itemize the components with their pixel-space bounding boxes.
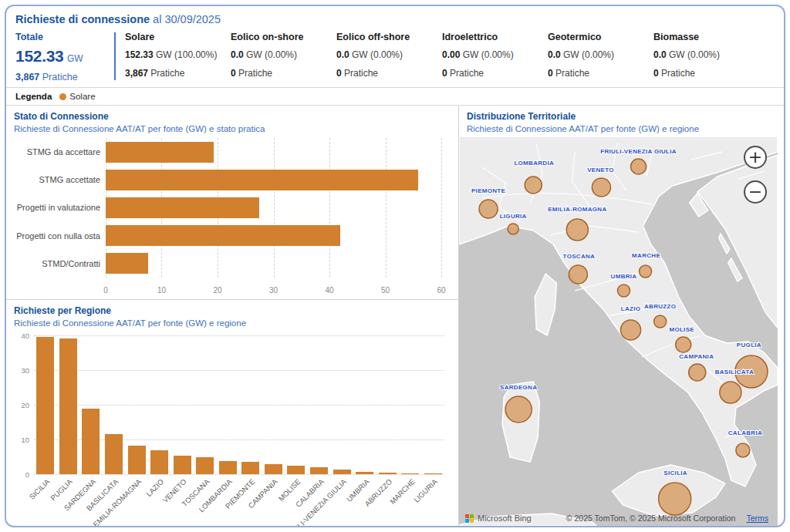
source-value: 0.0 GW (0.00%) bbox=[653, 49, 759, 60]
region-bar-slot: MARCHE bbox=[399, 335, 422, 474]
summary-source-column: Eolico off-shore0.0 GW (0.00%)0 Pratiche bbox=[336, 32, 442, 81]
status-bar[interactable] bbox=[106, 170, 418, 190]
map-bubble-calabria[interactable] bbox=[736, 443, 750, 457]
region-bar[interactable] bbox=[265, 464, 282, 475]
map-label-marche: MARCHE bbox=[632, 252, 660, 259]
source-gw-number: 152.33 bbox=[125, 49, 154, 60]
map-attribution: Microsoft Bing © 2025 TomTom, © 2025 Mic… bbox=[459, 513, 775, 523]
region-bar-slot: VENETO bbox=[170, 335, 194, 474]
region-bar[interactable] bbox=[219, 461, 237, 474]
status-category-labels: STMG da accettareSTMG accettateProgetti … bbox=[14, 138, 100, 278]
map-bubble-liguria[interactable] bbox=[508, 224, 518, 234]
map-label-lombardia: LOMBARDIA bbox=[514, 160, 554, 167]
region-bar[interactable] bbox=[287, 466, 305, 474]
map-bubble-molise[interactable] bbox=[676, 337, 691, 352]
source-count: 0 Pratiche bbox=[231, 68, 336, 79]
region-bar[interactable] bbox=[401, 473, 419, 474]
bar-category-label: STMG accettate bbox=[14, 175, 100, 184]
map-bubble-abruzzo[interactable] bbox=[654, 315, 667, 328]
map-panel-subtitle: Richieste di Connessione AAT/AT per font… bbox=[467, 124, 776, 133]
page-title-date: al 30/09/2025 bbox=[153, 13, 221, 25]
terms-link[interactable]: Terms bbox=[746, 513, 768, 523]
region-bar-slot: LAZIO bbox=[148, 335, 171, 474]
zoom-out-button[interactable]: − bbox=[744, 180, 767, 204]
map-bubble-umbria[interactable] bbox=[617, 285, 630, 297]
map-bubble-toscana[interactable] bbox=[569, 265, 587, 284]
region-bar[interactable] bbox=[82, 409, 100, 475]
region-bar[interactable] bbox=[424, 473, 442, 474]
bar-category-label: STMG da accettare bbox=[14, 147, 100, 157]
status-bar[interactable] bbox=[106, 197, 259, 218]
summary-source-column: Biomasse0.0 GW (0.00%)0 Pratiche bbox=[653, 32, 759, 81]
source-count-number: 0 bbox=[653, 68, 659, 79]
region-bar[interactable] bbox=[196, 457, 214, 474]
status-x-axis: 0102030405060 bbox=[106, 284, 441, 296]
map-label-sicilia: SICILIA bbox=[663, 470, 687, 476]
map-label-toscana: TOSCANA bbox=[563, 253, 596, 260]
map-label-emilia-romagna: EMILIA-ROMAGNA bbox=[548, 206, 606, 213]
zoom-in-button[interactable]: + bbox=[744, 146, 767, 169]
status-bar[interactable] bbox=[106, 142, 214, 163]
map-bubble-campania[interactable] bbox=[689, 364, 706, 381]
region-bar-slot: PIEMONTE bbox=[239, 335, 262, 474]
region-bar-slot: ABRUZZO bbox=[376, 335, 399, 474]
region-bar[interactable] bbox=[105, 434, 123, 474]
status-panel: Stato di Connessione Richieste di Connes… bbox=[6, 106, 458, 300]
map-bubble-lazio[interactable] bbox=[621, 320, 641, 340]
total-gw-number: 152.33 bbox=[15, 47, 63, 65]
status-bar[interactable] bbox=[106, 253, 148, 274]
summary-source-column: Eolico on-shore0.0 GW (0.00%)0 Pratiche bbox=[231, 32, 336, 81]
region-bar[interactable] bbox=[128, 446, 146, 474]
territory-map[interactable]: PIEMONTELOMBARDIAVENETOFRIULI-VENEZIA GI… bbox=[459, 136, 778, 526]
source-count: 0 Pratiche bbox=[442, 68, 548, 79]
map-label-basilicata: BASILICATA bbox=[715, 369, 754, 375]
legend-items: Solare bbox=[59, 92, 95, 101]
region-bar[interactable] bbox=[356, 472, 373, 474]
bing-brand-text: Microsoft Bing bbox=[478, 513, 532, 523]
map-label-piemonte: PIEMONTE bbox=[471, 187, 506, 194]
region-bar[interactable] bbox=[59, 338, 77, 474]
region-bar[interactable] bbox=[310, 467, 328, 474]
summary-source-column: Solare152.33 GW (100.00%)3,867 Pratiche bbox=[125, 32, 231, 81]
bing-brand: Microsoft Bing bbox=[465, 513, 532, 523]
region-bar-slot: LOMBARDIA bbox=[217, 335, 240, 474]
source-count-number: 0 bbox=[442, 68, 447, 79]
region-bar[interactable] bbox=[241, 462, 259, 474]
source-count-number: 0 bbox=[336, 68, 342, 79]
map-bubble-marche[interactable] bbox=[640, 265, 652, 278]
bar-category-label: Progetti con nulla osta bbox=[14, 231, 100, 241]
map-bubble-veneto[interactable] bbox=[592, 178, 610, 197]
total-gw-unit: GW bbox=[67, 53, 83, 64]
microsoft-logo-icon bbox=[465, 514, 474, 523]
region-bar-slot: EMILIA-ROMAGNA bbox=[125, 335, 148, 474]
region-tick-label: LIGURIA bbox=[412, 477, 439, 504]
map-bubble-sardegna[interactable] bbox=[505, 396, 532, 423]
map-label-puglia: PUGLIA bbox=[737, 342, 761, 348]
source-label: Idroelettrico bbox=[442, 32, 548, 42]
map-bubble-emilia-romagna[interactable] bbox=[566, 219, 588, 241]
gridline bbox=[441, 138, 442, 278]
region-bar-slot: BASILICATA bbox=[103, 335, 126, 474]
status-bar[interactable] bbox=[106, 225, 340, 246]
y-tick-label: 0 bbox=[14, 470, 29, 479]
map-label-molise: MOLISE bbox=[669, 326, 694, 333]
region-bar[interactable] bbox=[174, 456, 191, 474]
map-label-calabria: CALABRIA bbox=[728, 429, 762, 436]
source-gw-number: 0.0 bbox=[231, 49, 244, 60]
map-bubble-friuli-venezia-giulia[interactable] bbox=[631, 159, 647, 174]
source-count: 0 Pratiche bbox=[653, 68, 759, 79]
map-bubble-lombardia[interactable] bbox=[525, 177, 542, 194]
title-row: Richieste di connessione al 30/09/2025 bbox=[6, 6, 784, 27]
region-bar[interactable] bbox=[36, 337, 54, 474]
source-count-number: 3,867 bbox=[125, 68, 148, 79]
region-bar[interactable] bbox=[379, 473, 397, 474]
region-bar[interactable] bbox=[150, 450, 168, 474]
map-bubble-sicilia[interactable] bbox=[659, 483, 691, 515]
x-tick-label: 40 bbox=[325, 286, 333, 295]
map-bubble-piemonte[interactable] bbox=[479, 200, 498, 218]
regions-panel-title: Richieste per Regione bbox=[14, 305, 451, 316]
source-count: 0 Pratiche bbox=[336, 68, 442, 79]
map-bubble-basilicata[interactable] bbox=[720, 382, 741, 403]
region-bar[interactable] bbox=[333, 470, 351, 474]
region-bar-slot: SICILIA bbox=[34, 335, 57, 474]
